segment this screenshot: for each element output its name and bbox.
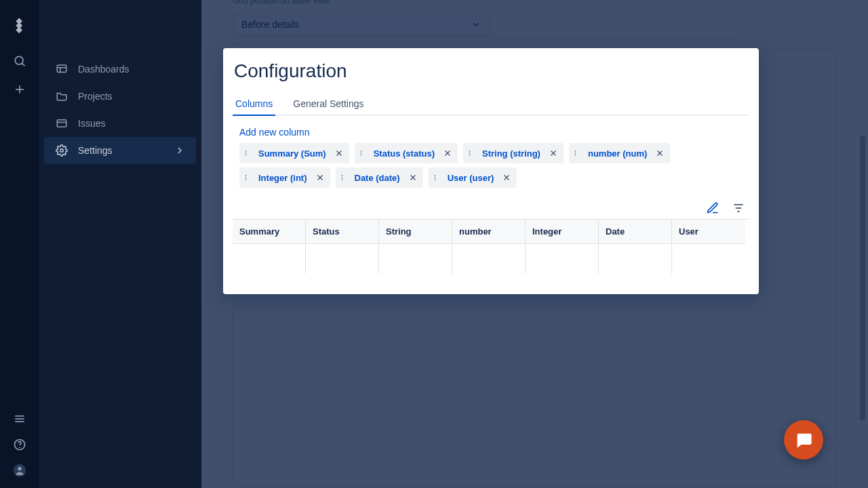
remove-chip-icon[interactable] [407,173,419,182]
svg-point-23 [360,152,361,154]
menu-icon[interactable] [12,411,28,427]
configuration-modal: Configuration Columns General Settings A… [223,48,759,294]
column-chip[interactable]: Status (status) [355,143,458,163]
drag-handle-icon[interactable] [242,172,252,183]
chip-label: Integer (int) [252,173,314,183]
chip-label: Date (date) [348,173,407,183]
column-header[interactable]: Summary [233,220,305,244]
drag-handle-icon[interactable] [466,148,475,159]
chip-label: number (num) [581,148,654,159]
svg-point-43 [341,177,342,178]
table-column: String [379,220,452,274]
svg-point-48 [434,177,435,178]
chip-label: Summary (Sum) [252,148,333,159]
drag-handle-icon[interactable] [431,172,441,183]
column-header[interactable]: Date [599,220,671,244]
svg-point-19 [245,155,247,156]
svg-point-44 [341,179,342,180]
table-column: number [452,220,526,274]
column-chip[interactable]: User (user) [429,167,517,188]
project-sidebar: Dashboards Projects Issues Settings [39,0,201,488]
svg-point-34 [575,155,576,156]
remove-chip-icon[interactable] [333,148,345,158]
drag-handle-icon[interactable] [242,148,252,159]
edit-icon[interactable] [706,201,719,215]
plus-icon[interactable] [12,81,28,98]
svg-point-28 [469,152,471,154]
table-column: Date [599,220,672,274]
table-column: Status [306,220,379,274]
tab-general-settings[interactable]: General Settings [290,94,366,115]
dashboard-icon [55,62,68,76]
drag-handle-icon[interactable] [338,172,348,183]
svg-point-37 [245,175,247,176]
svg-point-16 [60,149,64,152]
table-column: User [672,220,745,274]
gear-icon [55,144,68,157]
column-header[interactable]: User [672,220,745,244]
modal-title: Configuration [233,60,749,82]
svg-point-32 [575,150,576,152]
table-column: Integer [526,220,599,274]
sidebar-item-settings[interactable]: Settings [44,137,196,164]
column-header[interactable]: String [379,220,452,244]
svg-point-38 [245,177,247,178]
chip-label: Status (status) [367,148,441,159]
svg-line-1 [22,64,24,66]
column-header[interactable]: Integer [526,220,598,244]
svg-point-18 [245,152,247,154]
remove-chip-icon[interactable] [441,148,454,158]
tab-columns[interactable]: Columns [233,94,275,116]
sidebar-item-label: Dashboards [78,64,130,75]
svg-point-10 [18,467,22,471]
column-chip[interactable]: Integer (int) [239,167,330,188]
table-column: Summary [233,220,306,274]
svg-rect-14 [57,120,66,127]
sidebar-item-projects[interactable]: Projects [44,83,196,110]
sidebar-item-label: Settings [78,145,113,156]
svg-point-33 [575,152,576,154]
svg-point-22 [360,150,361,152]
svg-rect-11 [57,65,66,73]
arrow-right-icon [174,145,185,156]
sidebar-item-dashboards[interactable]: Dashboards [44,56,196,83]
folder-icon [55,89,68,103]
modal-tabs: Columns General Settings [233,94,749,116]
svg-point-42 [341,175,342,176]
sidebar-item-issues[interactable]: Issues [44,110,196,137]
preview-table: SummaryStatusStringnumberIntegerDateUser [233,219,749,274]
column-header[interactable]: number [452,220,525,244]
svg-point-24 [360,155,361,156]
sidebar-item-label: Issues [78,118,105,129]
global-rail [0,0,39,488]
remove-chip-icon[interactable] [314,173,326,182]
help-icon[interactable] [12,436,28,453]
remove-chip-icon[interactable] [500,173,513,182]
search-icon[interactable] [12,53,28,69]
column-chip[interactable]: number (num) [569,143,670,163]
chip-label: User (user) [441,173,501,183]
svg-point-0 [15,56,23,64]
chip-label: String (string) [475,148,547,159]
add-new-column-link[interactable]: Add new column [239,125,310,143]
filter-icon[interactable] [732,201,745,215]
column-chip[interactable]: Date (date) [336,167,423,188]
drag-handle-icon[interactable] [357,148,367,159]
jira-logo-icon[interactable] [11,16,28,34]
intercom-chat-button[interactable] [784,420,823,460]
column-chip[interactable]: String (string) [463,143,564,163]
column-chip[interactable]: Summary (Sum) [239,143,349,163]
remove-chip-icon[interactable] [654,148,666,158]
issues-icon [55,117,68,130]
column-header[interactable]: Status [306,220,378,244]
avatar-icon[interactable] [12,462,28,479]
svg-point-47 [434,175,435,176]
svg-point-29 [469,155,471,156]
svg-point-17 [245,150,247,152]
svg-point-49 [434,179,435,180]
drag-handle-icon[interactable] [572,148,581,159]
sidebar-item-label: Projects [78,91,113,102]
svg-point-39 [245,179,247,180]
svg-point-8 [19,447,20,448]
remove-chip-icon[interactable] [547,148,559,158]
